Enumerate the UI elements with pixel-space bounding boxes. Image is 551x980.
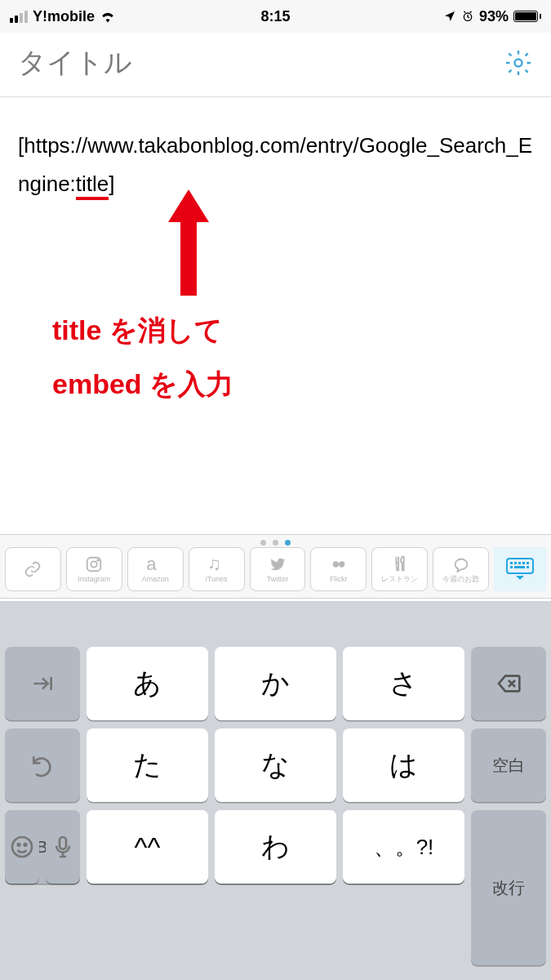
annotation-arrow-icon bbox=[168, 189, 209, 296]
arrow-right-line-icon bbox=[29, 670, 56, 697]
battery-pct: 93% bbox=[479, 8, 509, 25]
key-mic[interactable] bbox=[46, 810, 80, 884]
editor-content[interactable]: [https://www.takabonblog.com/entry/Googl… bbox=[0, 97, 551, 203]
svg-point-20 bbox=[24, 844, 27, 846]
title-input[interactable]: タイトル bbox=[18, 44, 132, 82]
link-icon bbox=[24, 560, 42, 578]
tool-odai[interactable]: 今週のお題 bbox=[433, 547, 489, 591]
amazon-icon: a bbox=[146, 555, 164, 573]
annotation-line2: embed を入力 bbox=[52, 366, 233, 403]
svg-marker-2 bbox=[168, 189, 209, 296]
tool-label: Twitter bbox=[267, 575, 289, 583]
key-space[interactable]: 空白 bbox=[471, 728, 546, 802]
backspace-icon bbox=[495, 670, 522, 697]
keyboard: あ か さ た な は 空白 ABC ま や ら 改行 ^^ わ 、。?! bbox=[0, 601, 551, 980]
svg-rect-21 bbox=[60, 837, 66, 849]
svg-marker-17 bbox=[516, 576, 524, 580]
undo-icon bbox=[29, 752, 56, 778]
tool-itunes[interactable]: ♫ iTunes bbox=[189, 547, 245, 591]
emoji-icon bbox=[9, 834, 35, 860]
status-time: 8:15 bbox=[260, 8, 290, 25]
key-punct[interactable]: 、。?! bbox=[343, 810, 464, 884]
battery-icon bbox=[513, 11, 541, 22]
tool-amazon[interactable]: a Amazon bbox=[127, 547, 184, 591]
svg-point-19 bbox=[18, 844, 20, 846]
twitter-icon bbox=[269, 555, 287, 573]
location-icon bbox=[443, 10, 456, 23]
tool-restaurant[interactable]: レストラン bbox=[371, 547, 428, 591]
svg-rect-13 bbox=[527, 562, 529, 564]
odai-icon bbox=[452, 555, 470, 572]
gear-icon[interactable] bbox=[504, 48, 533, 78]
itunes-icon: ♫ bbox=[207, 555, 225, 573]
mic-icon bbox=[50, 834, 76, 860]
svg-point-7 bbox=[339, 561, 344, 567]
tool-label: Amazon bbox=[142, 575, 169, 583]
wifi-icon bbox=[100, 10, 116, 23]
key-backspace[interactable] bbox=[471, 647, 546, 720]
key-wa[interactable]: わ bbox=[215, 810, 336, 884]
svg-rect-15 bbox=[514, 566, 525, 568]
key-sa[interactable]: さ bbox=[343, 647, 464, 720]
flickr-icon bbox=[330, 555, 348, 573]
svg-point-5 bbox=[97, 559, 99, 561]
keyboard-icon bbox=[506, 558, 534, 581]
svg-point-6 bbox=[332, 561, 338, 567]
header: タイトル bbox=[0, 33, 551, 97]
restaurant-icon bbox=[391, 555, 409, 572]
svg-rect-10 bbox=[514, 562, 517, 564]
key-na[interactable]: な bbox=[215, 728, 336, 802]
svg-rect-16 bbox=[527, 566, 529, 568]
tool-link[interactable] bbox=[5, 547, 61, 591]
status-left: Y!mobile bbox=[10, 8, 116, 25]
carrier-label: Y!mobile bbox=[33, 8, 95, 25]
key-undo[interactable] bbox=[5, 728, 80, 802]
svg-rect-9 bbox=[510, 562, 513, 564]
tool-twitter[interactable]: Twitter bbox=[250, 547, 306, 591]
key-ha[interactable]: は bbox=[343, 728, 464, 802]
tool-keyboard-toggle[interactable] bbox=[494, 547, 546, 591]
alarm-icon bbox=[461, 10, 474, 23]
key-tab[interactable] bbox=[5, 647, 80, 720]
svg-rect-12 bbox=[522, 562, 525, 564]
tool-label: Flickr bbox=[330, 575, 348, 583]
page-dots bbox=[0, 535, 551, 547]
tool-label: レストラン bbox=[381, 574, 418, 585]
status-bar: Y!mobile 8:15 93% bbox=[0, 0, 551, 33]
status-right: 93% bbox=[443, 8, 541, 25]
svg-rect-14 bbox=[510, 566, 513, 568]
instagram-icon bbox=[85, 555, 103, 573]
annotation-line1: title を消して bbox=[52, 312, 223, 350]
key-ta[interactable]: た bbox=[87, 728, 208, 802]
signal-icon bbox=[10, 11, 28, 23]
tool-label: 今週のお題 bbox=[442, 574, 479, 585]
svg-point-18 bbox=[12, 837, 32, 857]
key-a[interactable]: あ bbox=[87, 647, 208, 720]
link-title-highlight: title bbox=[76, 172, 109, 200]
svg-point-4 bbox=[91, 561, 97, 567]
link-text-after: ] bbox=[109, 172, 114, 196]
key-emoji[interactable] bbox=[5, 810, 39, 884]
key-small[interactable]: ^^ bbox=[87, 810, 208, 884]
key-ka[interactable]: か bbox=[215, 647, 336, 720]
svg-point-1 bbox=[515, 60, 522, 67]
tool-instagram[interactable]: Instagram bbox=[66, 547, 122, 591]
insert-toolbar: Instagram a Amazon ♫ iTunes Twitter Flic… bbox=[0, 534, 551, 599]
svg-rect-11 bbox=[518, 562, 521, 564]
tool-flickr[interactable]: Flickr bbox=[310, 547, 367, 591]
tool-label: Instagram bbox=[78, 575, 110, 583]
content-text[interactable]: [https://www.takabonblog.com/entry/Googl… bbox=[18, 127, 533, 203]
tool-label: iTunes bbox=[206, 575, 228, 583]
